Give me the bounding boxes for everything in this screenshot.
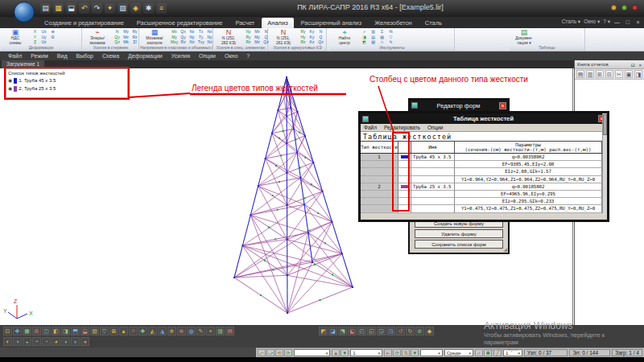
ribbon-big-button[interactable]: ▤Докумен-тация ▾ <box>511 29 537 45</box>
toolbar-icon[interactable]: ↻ <box>406 327 415 335</box>
status-icon[interactable]: ⤻ <box>266 349 275 356</box>
status-icon[interactable]: ▼ <box>411 349 419 356</box>
ribbon-tab[interactable]: Сталь <box>419 18 448 28</box>
dialog-menu-item[interactable]: Редактировать <box>384 125 420 130</box>
menu-item[interactable]: Файл <box>8 53 22 59</box>
toolbar-icon[interactable]: ◰ <box>357 327 366 335</box>
menu-item[interactable]: Опции <box>199 53 216 59</box>
child-window-button[interactable]: □ <box>624 19 631 25</box>
ribbon-mini-button[interactable]: ▨ <box>369 39 377 45</box>
toolbar-icon[interactable]: ◱ <box>367 327 376 335</box>
toolbar-icon[interactable]: ◧ <box>52 327 60 335</box>
ribbon-mini-button[interactable]: Uz <box>40 39 47 45</box>
toolbar-icon[interactable]: ◫ <box>42 327 51 335</box>
ribbon-big-button[interactable]: ⌖Найтицентр <box>332 29 357 45</box>
toolbar-icon[interactable]: ↺ <box>396 327 405 335</box>
child-window-button[interactable]: — <box>613 19 621 25</box>
toolbar-icon[interactable]: ◍ <box>187 327 196 335</box>
forms-editor-button[interactable]: Сохранить список форм <box>415 240 503 249</box>
toolbar-icon[interactable]: ⊞ <box>32 327 41 335</box>
quick-access-icon[interactable]: ▦ <box>53 3 64 14</box>
toolbar-icon[interactable]: ⬔ <box>338 327 347 335</box>
status-combo-1[interactable]: ▾ <box>294 349 330 356</box>
toolbar-icon[interactable]: ▧ <box>90 327 99 335</box>
toolbar-icon[interactable]: ⊘ <box>415 327 424 335</box>
ribbon-tab[interactable]: Расчет <box>229 18 260 28</box>
ribbon-tab[interactable]: Железобетон <box>369 18 417 28</box>
ribbon-mini-button[interactable]: Rz <box>180 39 187 45</box>
toolbar-icon[interactable]: ◐ <box>3 337 12 346</box>
menu-item[interactable]: Деформации <box>128 53 163 59</box>
ribbon-mini-button[interactable]: Z <box>31 39 39 45</box>
window-button[interactable] <box>621 5 627 10</box>
ribbon-mini-button[interactable]: Mz <box>254 39 261 45</box>
forms-editor-button[interactable]: Удалить форму <box>415 229 503 238</box>
status-icon[interactable]: ⟲ <box>275 349 283 356</box>
menu-item[interactable]: Схема <box>102 53 119 59</box>
toolbar-icon[interactable]: ✚ <box>138 327 147 335</box>
report-toolbar-icon[interactable]: ◨ <box>634 70 642 78</box>
ribbon-big-button[interactable]: ▦Мозаика/изополя <box>142 29 167 45</box>
toolbar-icon[interactable]: ◳ <box>386 327 395 335</box>
toolbar-icon[interactable]: ◮ <box>158 327 167 335</box>
toolbar-icon[interactable]: ✥ <box>13 327 22 335</box>
toolbar-icon[interactable]: ✎ <box>196 327 205 335</box>
scrollbar-thumb[interactable] <box>603 114 607 135</box>
toolbar-icon[interactable]: ▤ <box>225 327 234 335</box>
ribbon-mini-button[interactable]: Nz <box>188 39 196 45</box>
dialog-menu-item[interactable]: Опции <box>427 125 444 130</box>
quick-access-icon[interactable]: ⬓ <box>66 3 76 14</box>
toolbar-icon[interactable]: ⊕ <box>167 327 176 335</box>
status-icon[interactable]: ▲ <box>332 349 340 356</box>
ribbon-mini-button[interactable]: Txy <box>197 39 204 45</box>
report-toolbar-icon[interactable]: ▥ <box>586 70 594 78</box>
report-toolbar-icon[interactable]: ⊟ <box>605 70 613 78</box>
status-icon[interactable]: ⟳ <box>284 349 292 356</box>
menu-item[interactable]: Режим <box>31 53 48 59</box>
toolbar-icon[interactable]: ◖ <box>61 337 70 346</box>
app-logo-icon[interactable] <box>14 2 35 23</box>
ribbon-big-button[interactable]: ⌁Эпюры/мозаика <box>85 29 110 45</box>
menu-item[interactable]: Усилия <box>171 53 190 59</box>
status-icon[interactable]: ⇅ <box>402 349 410 356</box>
toolbar-icon[interactable]: ◩ <box>319 327 328 335</box>
ribbon-mini-button[interactable]: Nz <box>206 39 213 45</box>
resize-grip[interactable]: ◢ <box>503 246 507 252</box>
ribbon-mini-button[interactable]: Qz <box>114 39 121 45</box>
toolbar-icon[interactable]: ⌖ <box>206 327 215 335</box>
ribbon-mini-button[interactable]: Σf <box>131 39 138 45</box>
window-menu-item[interactable]: Окно ▾ <box>584 19 600 25</box>
ribbon-tab[interactable]: Анализ <box>262 18 293 28</box>
ribbon-mini-button[interactable]: ✎ <box>387 39 394 45</box>
ribbon-mini-button[interactable]: Kz <box>308 39 316 45</box>
status-combo-mode[interactable]: Средн▾ <box>444 349 473 356</box>
status-icon[interactable]: ⇤ <box>384 349 392 356</box>
reports-panel-titlebar[interactable]: Книга отчетов ⊡ × <box>575 60 644 69</box>
pin-icon[interactable]: ⊡ <box>631 63 635 68</box>
status-icon[interactable]: ⤺ <box>258 349 266 356</box>
quick-access-icon[interactable]: ◈ <box>130 3 141 14</box>
toolbar-icon[interactable]: ◒ <box>23 337 31 346</box>
toolbar-icon[interactable]: ⌑ <box>129 327 138 335</box>
status-icon[interactable]: ▼ <box>341 349 349 356</box>
report-toolbar-icon[interactable]: ⊞ <box>596 70 604 78</box>
toolbar-icon[interactable]: ⬒ <box>71 327 80 335</box>
status-combo-3[interactable]: ▾ <box>420 349 442 356</box>
ribbon-mini-button[interactable]: Rz <box>299 39 307 45</box>
menu-item[interactable]: Окно <box>225 53 237 59</box>
ribbon-big-button[interactable]: ▣НДСсхемы <box>2 29 28 45</box>
toolbar-icon[interactable]: ◔ <box>42 337 51 346</box>
quick-access-icon[interactable]: ▧ <box>118 3 128 14</box>
forms-editor-titlebar[interactable]: Редактор форм × <box>410 100 508 111</box>
toolbar-icon[interactable]: ▽ <box>100 327 109 335</box>
dialog-scrollbar[interactable] <box>602 113 607 220</box>
status-icon[interactable]: ⟳ <box>393 349 401 356</box>
toolbar-icon[interactable]: ◲ <box>377 327 386 335</box>
toolbar-icon[interactable]: ⬓ <box>80 327 89 335</box>
child-window-button[interactable]: × <box>634 19 642 25</box>
quick-access-icon[interactable]: ≡ <box>156 3 167 14</box>
status-icon[interactable]: ✓ <box>475 349 483 356</box>
toolbar-icon[interactable]: ◆ <box>425 327 434 335</box>
toolbar-icon[interactable]: ▦ <box>23 327 31 335</box>
ribbon-mini-button[interactable] <box>49 39 56 45</box>
